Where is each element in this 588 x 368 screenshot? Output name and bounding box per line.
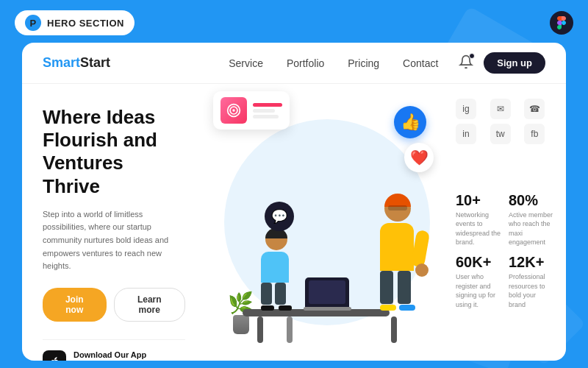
social-icons: ig ✉ ☎ in tw fb	[456, 99, 554, 144]
nav-service[interactable]: Service	[229, 57, 263, 69]
person1	[261, 228, 292, 311]
hero-center: 👍 ❤️ 💬 🌿	[206, 84, 448, 361]
app-download-icon	[43, 350, 66, 361]
emoji-heart: ❤️	[404, 143, 434, 172]
svg-point-2	[232, 109, 234, 111]
emoji-like: 👍	[394, 106, 426, 138]
social-twitter[interactable]: tw	[490, 124, 511, 144]
logo: SmartStart	[43, 55, 110, 71]
stat-number-3: 60K+	[456, 255, 501, 269]
nav-contact[interactable]: Contact	[403, 57, 438, 69]
laptop	[305, 277, 351, 311]
stat-number-1: 10+	[456, 193, 501, 208]
stats-grid: 10+ Networking events to widespread the …	[456, 156, 554, 346]
logo-start: Start	[80, 55, 110, 70]
stat-label-2: Active member who reach the maxi engagem…	[509, 210, 554, 247]
nav-actions: Sign up	[459, 52, 545, 74]
stat-active: 80% Active member who reach the maxi eng…	[509, 193, 554, 247]
social-facebook[interactable]: fb	[524, 124, 545, 144]
nav-portfolio[interactable]: Portfolio	[287, 57, 324, 69]
hero-left: Where Ideas Flourish and Ventures Thrive…	[22, 84, 206, 361]
app-title: Download Our App	[74, 350, 185, 359]
float-card-lines	[253, 103, 282, 118]
stat-resources: 12K+ Professional resources to bold your…	[509, 255, 554, 309]
hero-description: Step into a world of limitless possibili…	[43, 208, 185, 273]
target-icon	[220, 97, 247, 124]
emoji-chat: 💬	[265, 202, 294, 231]
main-card: SmartStart Service Portfolio Pricing Con…	[22, 43, 566, 361]
stat-number-4: 12K+	[509, 255, 554, 269]
app-download: Download Our App You can explore and buy…	[43, 339, 185, 361]
app-text: Download Our App You can explore and buy…	[74, 350, 185, 361]
hero-title: Where Ideas Flourish and Ventures Thrive	[43, 106, 185, 198]
stat-label-1: Networking events to widespread the bran…	[456, 210, 501, 247]
stat-networking: 10+ Networking events to widespread the …	[456, 193, 501, 247]
bell-icon[interactable]	[459, 54, 473, 72]
nav-pricing[interactable]: Pricing	[348, 57, 379, 69]
navbar: SmartStart Service Portfolio Pricing Con…	[22, 43, 566, 84]
stat-users: 60K+ User who register and signing up fo…	[456, 255, 501, 309]
figma-icon	[550, 11, 573, 35]
top-bar: P HERO SECTION	[0, 0, 588, 46]
join-now-button[interactable]: Join now	[43, 288, 107, 322]
logo-smart: Smart	[43, 55, 80, 70]
stat-label-4: Professional resources to bold your bran…	[509, 272, 554, 309]
social-phone[interactable]: ☎	[524, 99, 545, 119]
stat-label-3: User who register and signing up for usi…	[456, 272, 501, 309]
badge-label: HERO SECTION	[47, 18, 124, 29]
social-linkedin[interactable]: in	[456, 124, 476, 144]
float-card	[213, 91, 290, 130]
person2	[380, 195, 415, 311]
p-icon: P	[25, 15, 41, 31]
hero-right: ig ✉ ☎ in tw fb 10+ Networking events to…	[448, 84, 566, 361]
hero-content: Where Ideas Flourish and Ventures Thrive…	[22, 84, 566, 361]
social-email[interactable]: ✉	[490, 99, 511, 119]
social-instagram[interactable]: ig	[456, 99, 476, 119]
hero-section-badge: P HERO SECTION	[15, 10, 135, 35]
notification-dot	[469, 53, 475, 59]
stat-number-2: 80%	[509, 193, 554, 208]
hero-buttons: Join now Learn more	[43, 288, 185, 322]
learn-more-button[interactable]: Learn more	[114, 288, 185, 322]
nav-links: Service Portfolio Pricing Contact	[229, 57, 438, 69]
signup-button[interactable]: Sign up	[484, 52, 545, 74]
